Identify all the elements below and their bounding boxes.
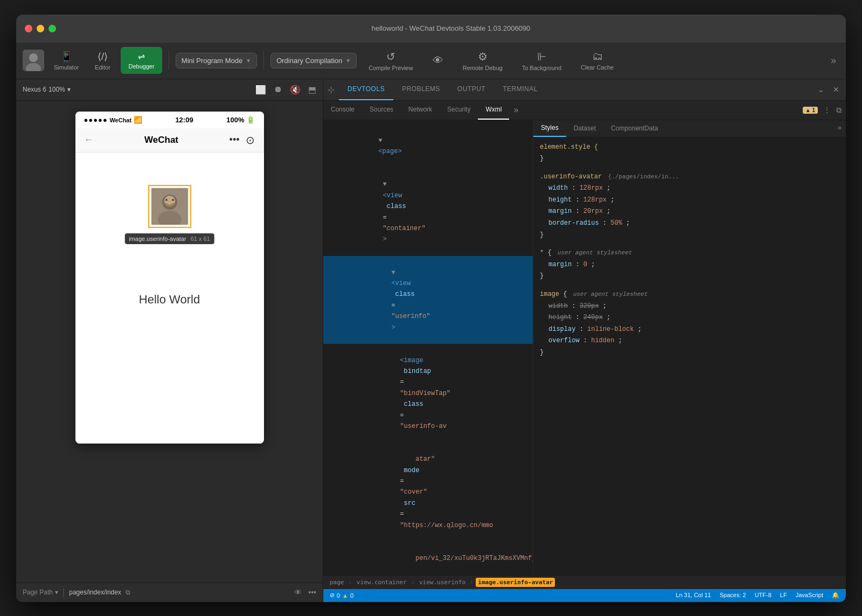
style-close-4: } [540, 347, 839, 359]
to-background-button[interactable]: ⊩ To Background [515, 47, 569, 74]
mode-dropdown[interactable]: Mini Program Mode ▼ [176, 53, 257, 68]
tab-security[interactable]: Security [440, 101, 478, 120]
window-title: helloworld - WeChat Devtools Stable 1.03… [65, 24, 837, 32]
tab-problems[interactable]: PROBLEMS [393, 79, 449, 100]
wifi-label: WeChat [109, 117, 131, 123]
style-prop-margin-0: margin : 0 ; [540, 259, 839, 271]
userinfo-avatar[interactable] [151, 188, 188, 225]
device-selector[interactable]: Nexus 6 100% ▾ [23, 86, 71, 93]
chevron-down-icon: ▼ [246, 58, 251, 64]
compilation-dropdown[interactable]: Ordinary Compilation ▼ [270, 53, 357, 68]
xml-line: pen/vi_32/xuTu0k3jRTaJKmsXVMnfjASTusInO4… [323, 542, 533, 575]
style-close: } [540, 153, 839, 165]
styles-more[interactable]: » [833, 120, 846, 137]
tab-terminal[interactable]: TERMINAL [494, 79, 546, 100]
compile-preview-button[interactable]: ↺ Compile Preview [361, 47, 421, 74]
status-line-ending: LF [780, 592, 787, 599]
simulator-button[interactable]: 📱 Simulator [48, 47, 84, 74]
styles-tab-componentdata[interactable]: ComponentData [603, 120, 665, 137]
style-prop-margin: margin : 20rpx ; [540, 206, 839, 218]
clear-cache-button[interactable]: 🗂 Clear Cache [573, 47, 621, 74]
xml-line: <image bindtap = "bindViewTap" class = "… [323, 344, 533, 443]
page-path-selector[interactable]: Page Path ▾ [23, 589, 58, 596]
tab-devtools[interactable]: DEVTOOLS [339, 79, 393, 100]
signal-area: ●●●●● WeChat 📶 [84, 116, 142, 124]
debugger-button[interactable]: ⇌ Debugger [121, 47, 162, 74]
separator-2 [263, 51, 264, 70]
breadcrumb-item-container[interactable]: view.container [354, 578, 409, 587]
wxml-panel: ▼ <page> ▼ <view class = "container" > [323, 120, 533, 575]
phone-status-bar: ●●●●● WeChat 📶 12:09 100% 🔋 [75, 112, 264, 128]
maximize-button[interactable] [48, 25, 56, 32]
copy-panel-icon[interactable]: ⧉ [836, 106, 842, 115]
style-selector-2: .userinfo-avatar {./pages/index/in... [540, 171, 839, 183]
eye-icon-2[interactable]: 👁 [294, 588, 302, 597]
battery-percent: 100% [226, 116, 244, 124]
remote-debug-button[interactable]: ⚙ Remote Debug [455, 47, 510, 74]
phone-nav-bar: ← WeChat ••• ⊙ [75, 128, 264, 153]
preview-button[interactable]: 👁 [425, 51, 451, 70]
collapse-icon[interactable]: ▼ [378, 137, 382, 144]
audio-icon[interactable]: 🔇 [290, 85, 301, 95]
inner-tabs-actions: ▲ 1 ⋮ ⧉ [803, 101, 846, 120]
tab-output[interactable]: OUTPUT [449, 79, 494, 100]
devtools-tabs: ⊹ DEVTOOLS PROBLEMS OUTPUT TERMINAL ⌄ ✕ [323, 79, 846, 101]
xml-line: atar" mode = "cover" src = "https://wx.q… [323, 443, 533, 542]
status-spaces: Spaces: 2 [720, 592, 746, 599]
minimize-button[interactable] [37, 25, 44, 32]
page-path-value: pages/index/index [69, 589, 121, 596]
styles-tab-styles[interactable]: Styles [533, 120, 566, 137]
xml-line-selected[interactable]: ▼ <view class = "userinfo" > [323, 256, 533, 344]
style-prop-height: height : 128rpx ; [540, 195, 839, 206]
tab-network[interactable]: Network [401, 101, 440, 120]
chevron-down-icon-5[interactable]: ⌄ [816, 83, 826, 96]
editor-button[interactable]: ⟨/⟩ Editor [88, 47, 116, 74]
status-ln-col: Ln 31, Col 11 [676, 592, 711, 599]
settings-icon[interactable]: ⋮ [823, 106, 831, 114]
inner-tabs-more[interactable]: » [509, 101, 523, 120]
rotate-icon[interactable]: ⬜ [255, 85, 266, 95]
eye-icon: 👁 [433, 54, 443, 67]
svg-point-7 [165, 199, 168, 201]
style-selector-3: * { user agent stylesheet [540, 247, 839, 259]
copy-icon[interactable]: ⧉ [126, 589, 130, 596]
inspect-icon[interactable]: ⊹ [323, 79, 339, 100]
record-icon[interactable]: ⏺ [274, 85, 282, 95]
breadcrumb-item-avatar[interactable]: image.userinfo-avatar [476, 578, 555, 587]
status-time: 12:09 [175, 116, 193, 124]
wifi-icon-sym: 📶 [134, 116, 142, 124]
dots-icon[interactable]: ••• [308, 588, 316, 597]
app-window: helloworld - WeChat Devtools Stable 1.03… [16, 15, 846, 602]
simulator-toolbar: Nexus 6 100% ▾ ⬜ ⏺ 🔇 ⬒ [16, 79, 323, 101]
title-bar: helloworld - WeChat Devtools Stable 1.03… [16, 15, 846, 43]
style-prop-overflow: overflow : hidden ; [540, 335, 839, 347]
capture-circle-icon: ⊙ [246, 134, 255, 147]
styles-tab-dataset[interactable]: Dataset [566, 120, 603, 137]
phone-page-title: WeChat [144, 135, 178, 146]
breadcrumb-item-page[interactable]: page [328, 578, 346, 587]
user-avatar [23, 50, 44, 71]
style-prop-width-320: width : 320px ; [540, 301, 839, 313]
signal-dots: ●●●●● [84, 116, 108, 124]
traffic-lights [25, 25, 56, 32]
close-button[interactable] [25, 25, 32, 32]
simulator-bottom: Page Path ▾ | pages/index/index ⧉ 👁 ••• [16, 583, 323, 602]
collapse-icon[interactable]: ▼ [391, 269, 395, 276]
style-rule-image: image { user agent stylesheet width : 32… [540, 289, 839, 359]
tab-console[interactable]: Console [323, 101, 362, 120]
tab-sources[interactable]: Sources [362, 101, 401, 120]
breadcrumb-sep-1: › [350, 579, 351, 585]
breadcrumb-item-userinfo[interactable]: view.userinfo [417, 578, 468, 587]
capture-icon[interactable]: ⬒ [308, 85, 316, 95]
bell-icon[interactable]: 🔔 [832, 592, 839, 599]
chevron-down-icon-3: ▾ [67, 86, 71, 93]
status-right: Ln 31, Col 11 Spaces: 2 UTF-8 LF JavaScr… [676, 592, 839, 599]
separator-1 [169, 51, 169, 70]
collapse-icon[interactable]: ▼ [383, 181, 386, 188]
close-panel-icon[interactable]: ✕ [831, 83, 842, 96]
status-bar: ⊘ 0 ▲ 0 Ln 31, Col 11 Spaces: 2 UTF-8 LF… [323, 589, 846, 602]
styles-panel: Styles Dataset ComponentData » element.s… [533, 120, 846, 575]
style-close-3: } [540, 271, 839, 282]
more-button[interactable]: » [828, 52, 839, 70]
tab-wxml[interactable]: Wxml [478, 101, 509, 120]
